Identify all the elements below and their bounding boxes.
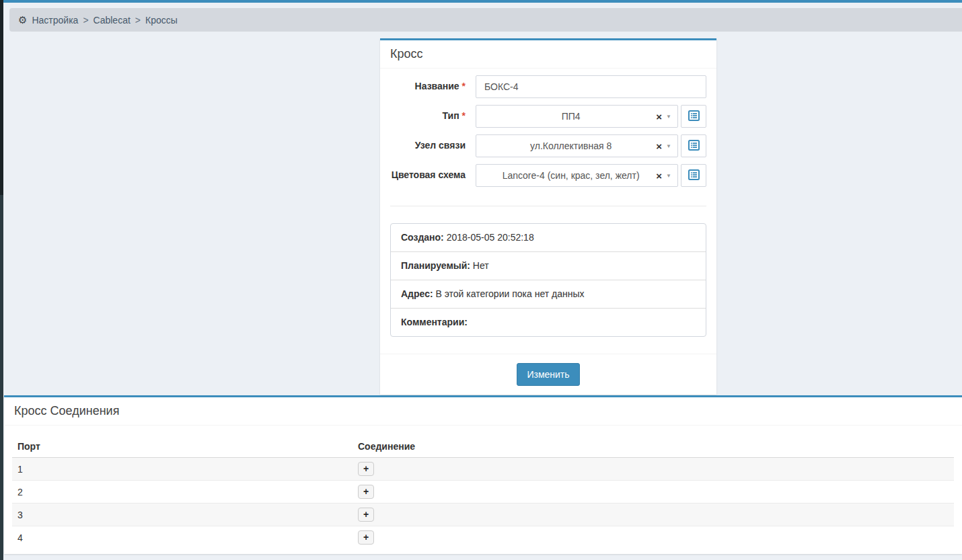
chevron-down-icon[interactable]: ▼ [666, 173, 671, 179]
connections-table: Порт Соединение 1 + 2 + 3 + 4 [12, 436, 954, 549]
port-column-header: Порт [12, 436, 353, 458]
type-select[interactable]: ПП4 × ▼ [476, 105, 678, 128]
form-row-node: Узел связи ул.Коллективная 8 × ▼ [390, 134, 706, 157]
add-connection-button[interactable]: + [358, 485, 374, 499]
info-value: В этой категории пока нет данных [436, 288, 585, 299]
breadcrumb-item-crosses: Кроссы [145, 15, 178, 26]
gear-icon: ⚙ [18, 14, 27, 26]
clear-selection-icon[interactable]: × [656, 141, 662, 151]
node-select-value: ул.Коллективная 8 [476, 141, 653, 151]
kross-panel-footer: Изменить [380, 354, 716, 395]
info-label: Комментарии: [401, 317, 468, 327]
color-scheme-list-button[interactable] [681, 164, 706, 187]
connections-panel-body: Порт Соединение 1 + 2 + 3 + 4 [4, 426, 962, 554]
kross-info-list: Создано: 2018-05-05 20:52:18 Планируемый… [390, 223, 706, 337]
list-alt-icon [688, 140, 700, 153]
top-accent-bar [0, 0, 962, 3]
clear-selection-icon[interactable]: × [656, 171, 662, 181]
name-label: Название * [390, 75, 466, 98]
info-row-address: Адрес: В этой категории пока нет данных [391, 280, 706, 309]
color-scheme-label: Цветовая схема [390, 164, 466, 187]
required-asterisk: * [462, 110, 466, 121]
connections-panel: Кросс Соединения Порт Соединение 1 + 2 + [4, 395, 962, 554]
port-cell: 1 [12, 458, 353, 481]
name-control-area [476, 75, 706, 98]
info-row-planned: Планируемый: Нет [391, 252, 706, 280]
name-label-text: Название [415, 81, 459, 91]
sidebar-collapsed-strip[interactable] [0, 0, 3, 560]
info-value: Нет [473, 260, 489, 271]
form-row-color-scheme: Цветовая схема Lancore-4 (син, крас, зел… [390, 164, 706, 187]
port-row: 4 + [12, 526, 954, 549]
kross-panel-body: Название * Тип * ПП4 × ▼ [380, 69, 716, 354]
port-cell: 4 [12, 526, 353, 549]
name-input[interactable] [476, 75, 706, 98]
info-row-comments: Комментарии: [391, 309, 706, 336]
node-list-button[interactable] [681, 134, 706, 157]
list-alt-icon [688, 169, 700, 182]
color-scheme-select[interactable]: Lancore-4 (син, крас, зел, желт) × ▼ [476, 164, 678, 187]
breadcrumb-item-settings[interactable]: Настройка [32, 15, 78, 26]
sidebar-collapsed-strip-upper [0, 0, 3, 195]
node-label: Узел связи [390, 134, 466, 157]
type-label: Тип * [390, 105, 466, 128]
info-row-created: Создано: 2018-05-05 20:52:18 [391, 224, 706, 252]
connections-panel-title: Кросс Соединения [4, 397, 962, 426]
info-label: Адрес: [401, 288, 433, 299]
kross-panel: Кросс Название * Тип * ПП4 × ▼ [380, 38, 716, 395]
port-cell: 2 [12, 481, 353, 504]
node-label-text: Узел связи [415, 140, 466, 151]
add-connection-button[interactable]: + [358, 462, 374, 476]
breadcrumb-separator: > [135, 15, 141, 26]
breadcrumb: ⚙ Настройка > Cablecat > Кроссы [9, 8, 962, 32]
form-row-type: Тип * ПП4 × ▼ [390, 105, 706, 128]
type-list-button[interactable] [681, 105, 706, 128]
add-connection-button[interactable]: + [358, 508, 374, 522]
color-scheme-label-text: Цветовая схема [392, 169, 466, 180]
form-divider [390, 206, 706, 206]
port-cell: 3 [12, 504, 353, 526]
node-select[interactable]: ул.Коллективная 8 × ▼ [476, 134, 678, 157]
breadcrumb-separator: > [83, 15, 88, 26]
port-row: 1 + [12, 458, 954, 481]
type-label-text: Тип [443, 110, 459, 121]
chevron-down-icon[interactable]: ▼ [666, 114, 671, 120]
info-label: Создано: [401, 232, 444, 243]
port-row: 2 + [12, 481, 954, 504]
port-row: 3 + [12, 504, 954, 526]
connection-column-header: Соединение [353, 436, 954, 458]
clear-selection-icon[interactable]: × [656, 112, 662, 122]
chevron-down-icon[interactable]: ▼ [666, 143, 671, 149]
node-control-area: ул.Коллективная 8 × ▼ [476, 134, 706, 157]
list-alt-icon [688, 110, 700, 123]
connections-table-header-row: Порт Соединение [12, 436, 954, 458]
breadcrumb-item-cablecat[interactable]: Cablecat [94, 15, 131, 26]
info-value: 2018-05-05 20:52:18 [447, 232, 534, 243]
kross-panel-title: Кросс [380, 40, 716, 69]
add-connection-button[interactable]: + [358, 530, 374, 545]
submit-change-button[interactable]: Изменить [517, 363, 579, 386]
color-scheme-select-value: Lancore-4 (син, крас, зел, желт) [476, 170, 653, 181]
color-scheme-control-area: Lancore-4 (син, крас, зел, желт) × ▼ [476, 164, 706, 187]
info-label: Планируемый: [401, 260, 470, 271]
form-row-name: Название * [390, 75, 706, 98]
required-asterisk: * [462, 81, 466, 91]
type-control-area: ПП4 × ▼ [476, 105, 706, 128]
type-select-value: ПП4 [476, 111, 653, 122]
